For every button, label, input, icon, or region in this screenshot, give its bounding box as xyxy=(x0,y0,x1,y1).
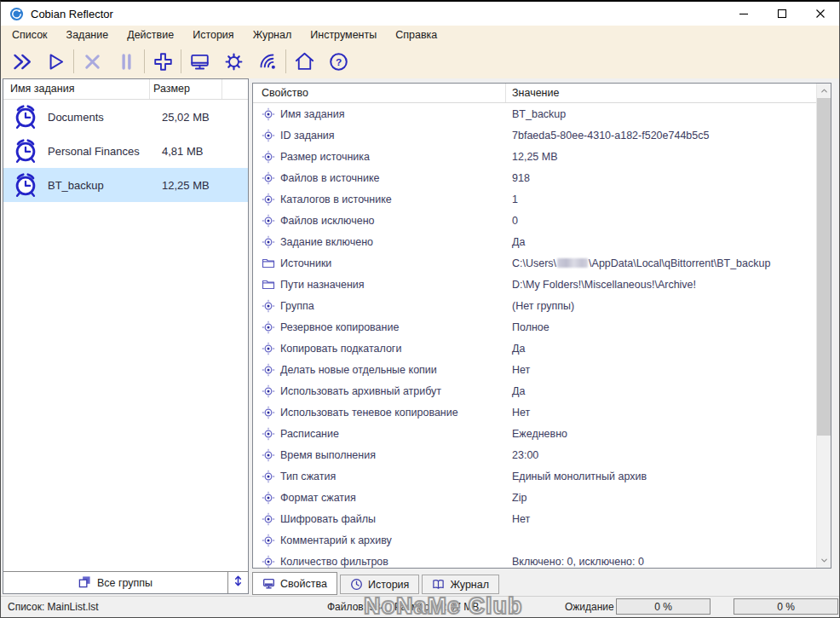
property-label: Размер источника xyxy=(280,151,512,163)
app-window: Cobian Reflector СписокЗаданиеДействиеИс… xyxy=(0,0,840,618)
column-header-property[interactable]: Свойство xyxy=(253,84,506,102)
pause-icon xyxy=(109,48,143,75)
property-value: Нет xyxy=(512,364,530,376)
task-name: Personal Finances xyxy=(48,145,162,158)
scroll-down-button[interactable] xyxy=(817,553,831,568)
column-header-task-name[interactable]: Имя задания xyxy=(3,79,150,99)
menu-item[interactable]: История xyxy=(183,26,243,44)
property-value: Да xyxy=(512,236,525,248)
property-value: Zip xyxy=(512,492,526,504)
property-row[interactable]: Пути назначенияD:\My Folders!\Miscellane… xyxy=(253,274,816,295)
property-value: 23:00 xyxy=(512,449,538,461)
target-icon xyxy=(262,555,275,569)
properties-scrollbar[interactable] xyxy=(816,84,831,568)
property-value: 918 xyxy=(512,172,530,184)
property-row[interactable]: Размер источника12,25 MB xyxy=(253,146,816,167)
properties-header: Свойство Значение xyxy=(253,84,831,103)
window-title: Cobian Reflector xyxy=(31,8,113,20)
property-label: Использовать теневое копирование xyxy=(280,407,512,419)
property-row[interactable]: Группа(Нет группы) xyxy=(253,295,816,316)
scrollbar-thumb[interactable] xyxy=(817,98,831,436)
property-label: Количество фильтров xyxy=(280,556,512,568)
chevron-down-icon xyxy=(820,553,829,569)
target-icon xyxy=(262,299,275,313)
target-icon xyxy=(262,534,275,547)
property-value: 1 xyxy=(512,193,518,205)
property-value: 12,25 MB xyxy=(512,151,558,163)
target-icon xyxy=(262,384,275,398)
property-row[interactable]: Использовать теневое копированиеНет xyxy=(253,401,816,423)
property-row[interactable]: Тип сжатияЕдиный монолитный архив xyxy=(253,465,816,487)
target-icon xyxy=(262,129,275,142)
tab-properties[interactable]: Свойства xyxy=(252,572,337,595)
property-row[interactable]: Каталогов в источнике1 xyxy=(253,188,816,210)
property-row[interactable]: Задание включеноДа xyxy=(253,231,816,252)
app-logo-icon xyxy=(9,7,24,21)
property-row[interactable]: Шифровать файлыНет xyxy=(253,508,816,529)
cancel-icon xyxy=(75,48,109,75)
property-row[interactable]: Файлов в источнике918 xyxy=(253,167,816,188)
folder-icon xyxy=(262,257,275,270)
property-value: 7bfaeda5-80ee-4310-a182-f520e744b5c5 xyxy=(512,130,709,142)
expand-collapse-button[interactable] xyxy=(227,572,248,593)
property-row[interactable]: Делать новые отдельные копииНет xyxy=(253,359,816,380)
menu-item[interactable]: Список xyxy=(3,26,57,44)
property-row[interactable]: Время выполнения23:00 xyxy=(253,444,816,465)
redacted-username xyxy=(557,258,588,268)
property-row[interactable]: Использовать архивный атрибутДа xyxy=(253,380,816,401)
target-icon xyxy=(262,235,275,249)
toolbar: ? xyxy=(1,44,839,78)
property-row[interactable]: Имя заданияBT_backup xyxy=(253,103,816,124)
target-icon xyxy=(262,321,275,334)
run-all-tasks-icon[interactable] xyxy=(4,48,38,75)
menu-item[interactable]: Справка xyxy=(386,26,446,44)
tab-log[interactable]: Журнал xyxy=(422,575,499,594)
task-row[interactable]: Documents25,02 MB xyxy=(3,100,248,134)
maximize-button[interactable] xyxy=(762,2,801,26)
column-header-task-size[interactable]: Размер xyxy=(150,79,222,99)
property-label: Каталогов в источнике xyxy=(280,193,512,205)
property-label: Расписание xyxy=(280,428,512,440)
scroll-up-button[interactable] xyxy=(817,84,831,98)
menu-item[interactable]: Действие xyxy=(118,26,183,44)
properties-panel: Свойство Значение Имя заданияBT_backupID… xyxy=(252,83,831,569)
property-row[interactable]: Комментарий к архиву xyxy=(253,529,816,551)
property-label: Файлов исключено xyxy=(280,215,512,227)
menu-item[interactable]: Задание xyxy=(57,26,118,44)
groups-filter-button[interactable]: Все группы xyxy=(3,572,227,593)
target-icon xyxy=(262,171,275,185)
status-bar: Список: MainList.lst Файлов: 934 Размер:… xyxy=(1,596,839,617)
property-row[interactable]: ИсточникиC:\Users\\AppData\Local\qBittor… xyxy=(253,252,816,274)
home-icon[interactable] xyxy=(287,48,321,75)
property-row[interactable]: Резервное копированиеПолное xyxy=(253,316,816,338)
menu-item[interactable]: Инструменты xyxy=(301,26,386,44)
property-row[interactable]: Копировать подкаталогиДа xyxy=(253,338,816,359)
column-header-value[interactable]: Значение xyxy=(506,84,559,102)
target-icon xyxy=(262,470,275,483)
target-icon xyxy=(262,512,275,526)
task-list-panel: Имя задания Размер Documents25,02 MBPers… xyxy=(3,78,249,594)
property-row[interactable]: Формат сжатияZip xyxy=(253,487,816,508)
toolbar-separator xyxy=(144,49,145,73)
minimize-button[interactable] xyxy=(724,2,762,26)
toolbar-separator xyxy=(73,49,74,73)
property-row[interactable]: Количество фильтровВключено: 0, исключен… xyxy=(253,551,816,568)
property-label: Комментарий к архиву xyxy=(280,534,512,546)
status-state: Ожидание xyxy=(565,601,614,613)
remote-signal-icon[interactable] xyxy=(250,48,285,75)
task-row[interactable]: BT_backup12,25 MB xyxy=(3,168,248,202)
menu-item[interactable]: Журнал xyxy=(244,26,302,44)
run-task-icon[interactable] xyxy=(38,48,72,75)
monitor-icon[interactable] xyxy=(182,48,216,75)
property-row[interactable]: ID задания7bfaeda5-80ee-4310-a182-f520e7… xyxy=(253,124,816,146)
tab-history[interactable]: История xyxy=(340,575,419,594)
settings-icon[interactable] xyxy=(216,48,250,75)
help-icon[interactable]: ? xyxy=(321,48,355,75)
property-row[interactable]: РасписаниеЕжедневно xyxy=(253,423,816,444)
target-icon xyxy=(262,107,275,121)
property-row[interactable]: Файлов исключено0 xyxy=(253,210,816,231)
add-task-icon[interactable] xyxy=(146,48,180,75)
close-button[interactable] xyxy=(801,2,839,26)
task-row[interactable]: Personal Finances4,81 MB xyxy=(3,134,248,168)
svg-text:?: ? xyxy=(335,55,341,67)
